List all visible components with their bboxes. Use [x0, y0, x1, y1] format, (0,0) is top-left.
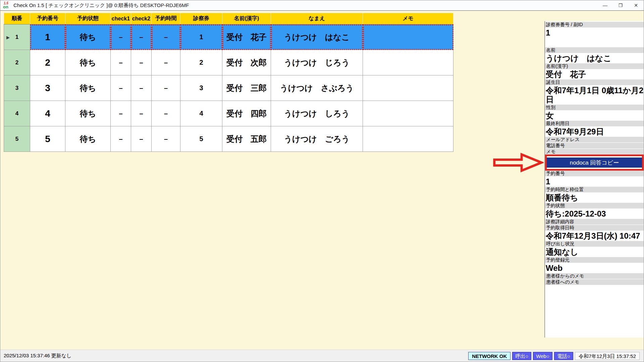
cell-check2[interactable]: – — [131, 24, 152, 50]
column-header-5[interactable]: check2 — [131, 13, 152, 24]
column-header-1[interactable]: 順番 — [4, 13, 30, 24]
cell-name-kana[interactable]: うけつけ ごろう — [271, 126, 363, 152]
panel-field-label: 予約時間と枠位置 — [545, 187, 644, 192]
cell-name-kana[interactable]: うけつけ さぶろう — [271, 75, 363, 101]
cell-order[interactable]: 5 — [4, 126, 30, 152]
patient-detail-panel: 診察券番号 / 副ID1名前うけつけ はなこ名前(漢字)受付 花子誕生日令和7年… — [544, 21, 644, 338]
panel-field-value: 令和7年12月3日(水) 10:47 — [545, 231, 644, 241]
cell-time[interactable]: – — [152, 101, 180, 126]
cell-name-kanji[interactable]: 受付 五郎 — [222, 126, 271, 152]
cell-time[interactable]: – — [152, 50, 180, 75]
cell-ticket-no[interactable]: 2 — [180, 50, 222, 75]
panel-field-label: 性別 — [545, 105, 644, 110]
row-number: 4 — [15, 110, 18, 117]
cell-name-kanji[interactable]: 受付 三郎 — [222, 75, 271, 101]
selected-row-marker-icon: ▶ — [6, 35, 10, 40]
cell-check1[interactable]: – — [111, 75, 131, 101]
cell-reservation-no[interactable]: 2 — [30, 50, 65, 75]
cell-ticket-no[interactable]: 3 — [180, 75, 222, 101]
cell-order[interactable]: 3 — [4, 75, 30, 101]
cell-status[interactable]: 待ち — [65, 126, 111, 152]
panel-field-value: 通知なし — [545, 247, 644, 257]
cell-name-kana[interactable]: うけつけ しろう — [271, 101, 363, 126]
column-header-10[interactable]: メモ — [363, 13, 453, 24]
cell-check2[interactable]: – — [131, 75, 152, 101]
phone-status-chip[interactable]: 電話○ — [554, 352, 573, 360]
panel-field-label: 呼び出し状況 — [545, 241, 644, 247]
cell-name-kanji[interactable]: 受付 花子 — [222, 24, 271, 50]
cell-reservation-no[interactable]: 3 — [30, 75, 65, 101]
panel-field-value: 待ち:2025-12-03 — [545, 209, 644, 219]
cell-memo[interactable] — [363, 50, 453, 75]
table-row[interactable]: 55待ち–––5受付 五郎うけつけ ごろう — [4, 126, 453, 152]
table-row[interactable]: 22待ち–––2受付 次郎うけつけ じろう — [4, 50, 453, 75]
cell-order[interactable]: 2 — [4, 50, 30, 75]
panel-field-value: 令和7年1月1日 0歳11か月2日 — [545, 85, 644, 105]
panel-field-value: うけつけ はなこ — [545, 53, 644, 63]
cell-status[interactable]: 待ち — [65, 50, 111, 75]
cell-memo[interactable] — [363, 24, 453, 50]
cell-check1[interactable]: – — [111, 101, 131, 126]
cell-check1[interactable]: – — [111, 126, 131, 152]
panel-field-label: 予約番号 — [545, 171, 644, 176]
call-status-chip[interactable]: 呼出○ — [512, 352, 531, 360]
cell-time[interactable]: – — [152, 24, 180, 50]
panel-field-value: 女 — [545, 111, 644, 121]
cell-memo[interactable] — [363, 126, 453, 152]
nodoca-button-row: nodoca 回答コピー — [546, 158, 642, 168]
column-header-6[interactable]: 予約時間 — [152, 13, 180, 24]
panel-field-label: 予約状態 — [545, 203, 644, 208]
column-header-3[interactable]: 予約状態 — [65, 13, 111, 24]
column-header-9[interactable]: なまえ — [271, 13, 363, 24]
cell-order[interactable]: ▶1 — [4, 24, 30, 50]
row-number: 2 — [15, 59, 18, 66]
cell-reservation-no[interactable]: 4 — [30, 101, 65, 126]
table-row[interactable]: 33待ち–––3受付 三郎うけつけ さぶろう — [4, 75, 453, 101]
cell-check2[interactable]: – — [131, 50, 152, 75]
app-logo-icon: 1.5 on — [3, 1, 11, 9]
red-arrow-icon — [492, 152, 544, 173]
nodoca-answer-copy-button[interactable]: nodoca 回答コピー — [546, 158, 642, 168]
cell-check1[interactable]: – — [111, 24, 131, 50]
panel-field-value: 令和7年9月29日 — [545, 127, 644, 137]
window-controls: — ❐ ✕ — [597, 0, 644, 10]
title-bar: 1.5 on Check On 1.5 [ チェックオンクリニック ]@ 0:順… — [0, 0, 644, 10]
panel-field-label: 予約取得日時 — [545, 225, 644, 231]
cell-check1[interactable]: – — [111, 50, 131, 75]
cell-name-kana[interactable]: うけつけ じろう — [271, 50, 363, 75]
row-number: 5 — [15, 136, 18, 142]
cell-status[interactable]: 待ち — [65, 75, 111, 101]
column-header-8[interactable]: 名前(漢字) — [222, 13, 271, 24]
window-title: Check On 1.5 [ チェックオンクリニック ]@ 0:順番待ち DES… — [13, 2, 189, 9]
panel-field-value: 1 — [545, 28, 644, 38]
panel-field-label: 誕生日 — [545, 79, 644, 85]
cell-ticket-no[interactable]: 4 — [180, 101, 222, 126]
cell-name-kana[interactable]: うけつけ はなこ — [271, 24, 363, 50]
cell-reservation-no[interactable]: 1 — [30, 24, 65, 50]
cell-ticket-no[interactable]: 1 — [180, 24, 222, 50]
table-row[interactable]: ▶11待ち–––1受付 花子うけつけ はなこ — [4, 24, 453, 50]
cell-time[interactable]: – — [152, 126, 180, 152]
cell-status[interactable]: 待ち — [65, 101, 111, 126]
web-status-chip[interactable]: Web○ — [533, 352, 552, 360]
column-header-4[interactable]: check1 — [111, 13, 131, 24]
panel-spacer — [545, 38, 644, 47]
cell-check2[interactable]: – — [131, 101, 152, 126]
minimize-button[interactable]: — — [597, 0, 613, 10]
table-row[interactable]: 44待ち–––4受付 四郎うけつけ しろう — [4, 101, 453, 126]
main-content-area: 順番予約番号予約状態check1check2予約時間診察券名前(漢字)なまえメモ… — [0, 10, 644, 350]
cell-ticket-no[interactable]: 5 — [180, 126, 222, 152]
cell-check2[interactable]: – — [131, 126, 152, 152]
close-button[interactable]: ✕ — [628, 0, 644, 10]
column-header-7[interactable]: 診察券 — [180, 13, 222, 24]
cell-name-kanji[interactable]: 受付 次郎 — [222, 50, 271, 75]
cell-status[interactable]: 待ち — [65, 24, 111, 50]
cell-name-kanji[interactable]: 受付 四郎 — [222, 101, 271, 126]
column-header-2[interactable]: 予約番号 — [30, 13, 65, 24]
cell-memo[interactable] — [363, 101, 453, 126]
cell-reservation-no[interactable]: 5 — [30, 126, 65, 152]
cell-memo[interactable] — [363, 75, 453, 101]
cell-time[interactable]: – — [152, 75, 180, 101]
cell-order[interactable]: 4 — [4, 101, 30, 126]
restore-button[interactable]: ❐ — [613, 0, 628, 10]
